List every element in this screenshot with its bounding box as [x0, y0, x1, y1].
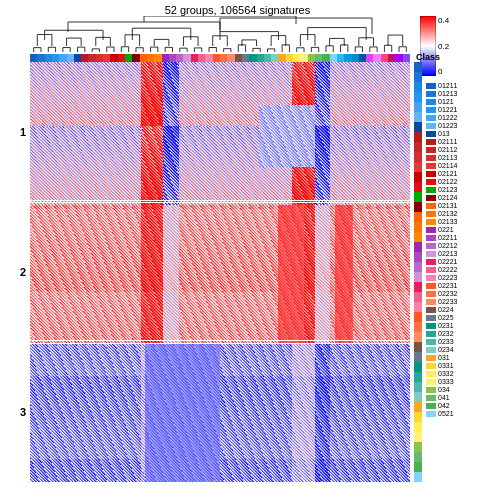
legend-color-041	[426, 395, 436, 401]
heatmap	[30, 62, 410, 482]
legend-item-02231: 02231	[426, 282, 504, 289]
legend-item-02113: 02113	[426, 154, 504, 161]
legend-text-02133: 02133	[438, 218, 457, 225]
legend-color-01213	[426, 91, 436, 97]
legend-color-02112	[426, 147, 436, 153]
legend-text-02112: 02112	[438, 146, 457, 153]
legend-item-02124: 02124	[426, 194, 504, 201]
legend-item-02122: 02122	[426, 178, 504, 185]
group-divider-2	[30, 340, 410, 341]
colorbar-canvas	[30, 54, 410, 62]
legend-item-02212: 02212	[426, 242, 504, 249]
group-divider-1	[30, 202, 410, 203]
legend-text-02131: 02131	[438, 202, 457, 209]
legend-color-0332	[426, 371, 436, 377]
legend-text-02213: 02213	[438, 250, 457, 257]
legend-color-0231	[426, 323, 436, 329]
legend-text-013: 013	[438, 130, 450, 137]
legend-item-02121: 02121	[426, 170, 504, 177]
legend-color-031	[426, 355, 436, 361]
legend-color-02114	[426, 163, 436, 169]
legend-item-02133: 02133	[426, 218, 504, 225]
legend-color-02211	[426, 235, 436, 241]
group-label-2: 2	[0, 266, 28, 278]
legend-text-042: 042	[438, 402, 450, 409]
legend-item-0121: 0121	[426, 98, 504, 105]
row-class-strip	[414, 62, 422, 482]
legend-item-02123: 02123	[426, 186, 504, 193]
legend-item-031: 031	[426, 354, 504, 361]
legend-text-02222: 02222	[438, 266, 457, 273]
legend-text-0233: 0233	[438, 338, 454, 345]
heatmap-canvas	[30, 62, 410, 482]
legend-color-02133	[426, 219, 436, 225]
legend-color-0225	[426, 315, 436, 321]
legend-color-01222	[426, 115, 436, 121]
legend-item-02222: 02222	[426, 266, 504, 273]
legend-item-042: 042	[426, 402, 504, 409]
legend-text-02232: 02232	[438, 290, 457, 297]
class-legend: 0121101213012101221012220122301302111021…	[426, 82, 504, 482]
legend-text-02123: 02123	[438, 186, 457, 193]
legend-color-01211	[426, 83, 436, 89]
legend-text-0234: 0234	[438, 346, 454, 353]
legend-text-041: 041	[438, 394, 450, 401]
legend-text-02221: 02221	[438, 258, 457, 265]
colorscale-labels: 0.4 0.2 0	[438, 16, 458, 76]
legend-item-0232: 0232	[426, 330, 504, 337]
row-labels-left: 1 2 3	[0, 62, 28, 482]
legend-text-02212: 02212	[438, 242, 457, 249]
legend-text-02114: 02114	[438, 162, 457, 169]
legend-color-02213	[426, 251, 436, 257]
cs-label-mid: 0.2	[438, 42, 458, 51]
legend-text-0333: 0333	[438, 378, 454, 385]
legend-color-02221	[426, 259, 436, 265]
legend-color-02111	[426, 139, 436, 145]
legend-item-02112: 02112	[426, 146, 504, 153]
group-label-1: 1	[0, 126, 28, 138]
legend-color-034	[426, 387, 436, 393]
dendrogram-top	[30, 16, 410, 54]
legend-text-02211: 02211	[438, 234, 457, 241]
legend-text-0232: 0232	[438, 330, 454, 337]
cs-label-max: 0.4	[438, 16, 458, 25]
legend-text-0225: 0225	[438, 314, 454, 321]
legend-item-01222: 01222	[426, 114, 504, 121]
legend-color-01221	[426, 107, 436, 113]
legend-text-0221: 0221	[438, 226, 454, 233]
legend-color-02121	[426, 171, 436, 177]
legend-item-0233: 0233	[426, 338, 504, 345]
legend-text-0224: 0224	[438, 306, 454, 313]
legend-item-01211: 01211	[426, 82, 504, 89]
legend-color-02132	[426, 211, 436, 217]
legend-text-0521: 0521	[438, 410, 454, 417]
legend-text-0231: 0231	[438, 322, 454, 329]
legend-color-02113	[426, 155, 436, 161]
legend-item-02132: 02132	[426, 210, 504, 217]
legend-item-02211: 02211	[426, 234, 504, 241]
legend-item-0331: 0331	[426, 362, 504, 369]
legend-color-0234	[426, 347, 436, 353]
legend-color-0232	[426, 331, 436, 337]
legend-item-0224: 0224	[426, 306, 504, 313]
legend-color-02223	[426, 275, 436, 281]
legend-item-02233: 02233	[426, 298, 504, 305]
legend-item-02221: 02221	[426, 258, 504, 265]
legend-text-031: 031	[438, 354, 450, 361]
legend-text-034: 034	[438, 386, 450, 393]
cs-label-zero: 0	[438, 67, 458, 76]
legend-color-02231	[426, 283, 436, 289]
legend-color-0521	[426, 411, 436, 417]
legend-color-01223	[426, 123, 436, 129]
class-label: Class	[416, 52, 440, 62]
legend-color-02124	[426, 195, 436, 201]
legend-item-01213: 01213	[426, 90, 504, 97]
legend-item-041: 041	[426, 394, 504, 401]
legend-color-02222	[426, 267, 436, 273]
legend-text-01221: 01221	[438, 106, 457, 113]
legend-color-0121	[426, 99, 436, 105]
legend-text-02122: 02122	[438, 178, 457, 185]
legend-item-02131: 02131	[426, 202, 504, 209]
chart-title: 52 groups, 106564 signatures	[165, 4, 311, 16]
legend-color-0224	[426, 307, 436, 313]
